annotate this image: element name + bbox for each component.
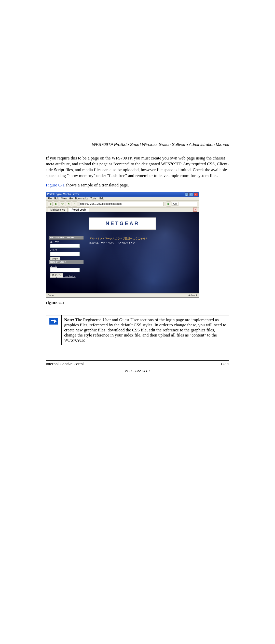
maximize-button[interactable]: □	[189, 193, 193, 196]
toolbar: ◀ ▶ ⟳ ✖ ⌂ ▶ Go	[46, 201, 199, 208]
password-label: パスワード	[50, 248, 84, 252]
status-right: Adblock	[188, 294, 197, 297]
menu-help[interactable]: Help	[99, 197, 104, 200]
menu-bookmarks[interactable]: Bookmarks	[75, 197, 88, 200]
window-titlebar: Portal Login - Mozilla Firefox _ □ ×	[46, 192, 199, 197]
home-icon[interactable]: ⌂	[72, 201, 77, 207]
body-paragraph-2: Figure C-1 shows a sample of a translate…	[46, 182, 229, 188]
menu-bar: File Edit View Go Bookmarks Tools Help	[46, 197, 199, 201]
welcome-line-2: 以降でユーザ名とパスワード入力して下さい	[89, 241, 148, 245]
url-input[interactable]	[79, 202, 163, 206]
address-bar	[79, 202, 163, 206]
footer-right: C-11	[221, 362, 229, 366]
figure-caption: Figure C-1	[46, 301, 229, 305]
menu-view[interactable]: View	[61, 197, 67, 200]
window-buttons: _ □ ×	[185, 193, 198, 196]
note-body: The Registered User and Guest User secti…	[64, 317, 226, 343]
note-box: Note: The Registered User and Guest User…	[46, 315, 229, 345]
footer-version: v1.0, June 2007	[46, 369, 229, 373]
tab-maintenance[interactable]: Maintenance	[48, 208, 68, 212]
browser-window: Portal Login - Mozilla Firefox _ □ × Fil…	[46, 192, 199, 298]
figure-c1: Portal Login - Mozilla Firefox _ □ × Fil…	[46, 192, 229, 305]
figure-reference-link[interactable]: Figure C-1	[46, 183, 65, 187]
stop-icon[interactable]: ✖	[66, 201, 71, 207]
page-viewport: NETGEAR アルバネットワークスのウェブ認証へようこそう！ 以降でユーザ名と…	[46, 212, 199, 293]
welcome-text: アルバネットワークスのウェブ認証へようこそう！ 以降でユーザ名とパスワード入力し…	[89, 237, 148, 245]
go-button[interactable]: Go	[172, 202, 178, 206]
back-icon[interactable]: ◀	[48, 201, 53, 207]
footer-left: Internal Captive Portal	[46, 362, 84, 366]
registered-user-panel: REGISTERED USER ユーザ名 パスワード Log In	[49, 236, 84, 260]
window-title: Portal Login - Mozilla Firefox	[47, 193, 79, 196]
welcome-line-1: アルバネットワークスのウェブ認証へようこそう！	[89, 237, 148, 240]
menu-edit[interactable]: Edit	[54, 197, 59, 200]
minimize-button[interactable]: _	[185, 193, 189, 196]
note-label: Note:	[64, 317, 74, 322]
menu-go[interactable]: Go	[69, 197, 73, 200]
username-input[interactable]	[50, 244, 80, 248]
email-input[interactable]	[50, 268, 80, 272]
password-input[interactable]	[50, 252, 80, 256]
body-paragraph-2-rest: shows a sample of a translated page.	[65, 183, 129, 187]
forward-icon[interactable]: ▶	[54, 201, 59, 207]
search-box[interactable]	[179, 202, 197, 206]
login-button[interactable]: Log In	[50, 257, 60, 260]
page-footer: Internal Captive Portal C-11	[46, 360, 229, 366]
body-paragraph-1: If you require this to be a page on the …	[46, 155, 229, 179]
username-label: ユーザ名	[50, 240, 84, 244]
note-text: Note: The Registered User and Guest User…	[62, 315, 229, 345]
menu-tools[interactable]: Tools	[90, 197, 96, 200]
guest-user-header: GUEST USER	[49, 260, 84, 264]
reload-icon[interactable]: ⟳	[60, 201, 65, 207]
running-header: WFS709TP ProSafe Smart Wireless Switch S…	[46, 142, 229, 148]
status-left: Done	[48, 294, 54, 297]
email-label: メール	[50, 265, 84, 268]
note-arrow-icon	[49, 318, 58, 325]
tab-portal-login[interactable]: Portal Login	[69, 208, 89, 212]
close-button[interactable]: ×	[194, 193, 198, 196]
note-icon-cell	[46, 315, 62, 345]
registered-user-header: REGISTERED USER	[49, 236, 84, 240]
menu-file[interactable]: File	[48, 197, 52, 200]
tab-close-icon[interactable]: ×	[193, 208, 197, 212]
status-bar: Done Adblock	[46, 293, 199, 297]
acceptable-use-policy-link[interactable]: Acceptable Use Policy	[50, 275, 76, 278]
tab-strip: Maintenance Portal Login ×	[46, 208, 199, 212]
netgear-logo: NETGEAR	[89, 217, 156, 230]
go-icon[interactable]: ▶	[166, 201, 171, 207]
